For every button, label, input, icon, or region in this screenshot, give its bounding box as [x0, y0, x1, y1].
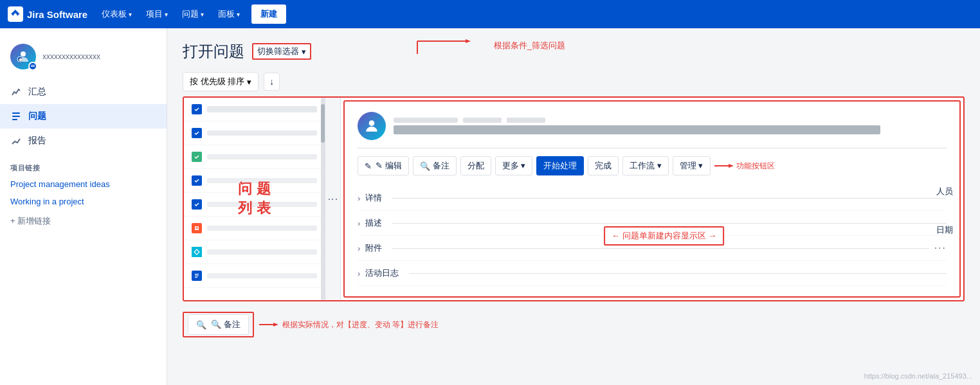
reports-icon	[10, 135, 22, 147]
section-divider	[392, 248, 929, 249]
chevron-down-icon: ▾	[247, 77, 251, 87]
issue-text-bar	[207, 249, 317, 255]
checkbox-icon	[192, 128, 202, 138]
chevron-down-icon: ▾	[302, 47, 306, 57]
list-item[interactable]	[184, 145, 325, 169]
nav-item-board[interactable]: 面板 ▾	[213, 4, 245, 24]
edit-icon: ✎	[365, 161, 372, 171]
sort-select[interactable]: 按 优先级 排序 ▾	[183, 72, 259, 91]
start-process-button[interactable]: 开始处理	[536, 156, 584, 175]
more-button[interactable]: 更多 ▾	[495, 156, 533, 175]
chevron-down-icon: ▾	[129, 11, 132, 18]
sidebar-item-summary[interactable]: 汇总	[0, 80, 167, 104]
list-item[interactable]	[184, 264, 325, 288]
note-annotation: 根据实际情况，对【进度、变动 等】进行备注	[259, 319, 439, 330]
svg-marker-20	[729, 164, 734, 168]
chevron-down-icon: ▾	[237, 11, 240, 18]
edit-button[interactable]: ✎ ✎ 编辑	[358, 156, 409, 175]
avatar-badge	[28, 62, 37, 71]
list-item[interactable]	[184, 169, 325, 193]
chevron-down-icon: ▾	[201, 11, 204, 18]
list-item[interactable]	[184, 98, 325, 121]
issue-detail-panel: ✎ ✎ 编辑 🔍 备注 分配 更多 ▾ 开始处理	[343, 100, 961, 298]
chevron-right-icon: ›	[358, 219, 360, 228]
svg-point-18	[369, 120, 375, 126]
issue-text-bar	[207, 106, 317, 112]
detail-header-meta	[394, 118, 947, 123]
svg-rect-14	[195, 228, 198, 229]
note-action-button[interactable]: 🔍 🔍 备注	[188, 314, 249, 335]
chevron-down-icon: ▾	[165, 11, 168, 18]
section-divider	[392, 223, 947, 224]
svg-rect-16	[195, 275, 199, 276]
issue-text-bar	[207, 202, 317, 207]
issue-text-bar	[207, 273, 317, 278]
scroll-thumb[interactable]	[321, 104, 325, 143]
more-options-icon: ···	[934, 242, 947, 254]
meta-pill	[394, 118, 458, 123]
sort-desc-button[interactable]: ↓	[264, 73, 280, 91]
label-personnel: 人员	[936, 186, 953, 197]
manage-button[interactable]: 管理 ▾	[673, 156, 711, 175]
sidebar-item-reports[interactable]: 报告	[0, 129, 167, 153]
svg-rect-17	[195, 277, 197, 278]
nav-item-issues[interactable]: 问题 ▾	[177, 4, 209, 24]
watermark: https://blog.csdn.net/ala_215493...	[864, 372, 972, 380]
issue-type-icon	[192, 271, 202, 281]
note-btn-box: 🔍 🔍 备注	[183, 312, 254, 337]
svg-rect-7	[12, 119, 17, 120]
label-date: 日期	[936, 224, 953, 236]
jira-logo-icon	[8, 6, 23, 22]
issues-icon	[10, 111, 22, 122]
nav-item-project[interactable]: 项目 ▾	[141, 4, 173, 24]
scroll-indicator	[321, 98, 325, 300]
svg-point-0	[21, 51, 26, 57]
svg-rect-15	[195, 274, 199, 274]
detail-avatar	[358, 112, 386, 140]
list-item[interactable]	[184, 240, 325, 264]
filter-sort-bar: 按 优先级 排序 ▾ ↓	[183, 72, 965, 91]
svg-rect-13	[195, 227, 198, 228]
logo: Jira Software	[8, 6, 87, 22]
svg-marker-22	[273, 323, 278, 327]
section-description[interactable]: › 描述	[358, 211, 947, 236]
section-details[interactable]: › 详情	[358, 186, 947, 211]
issue-type-icon	[192, 247, 202, 257]
list-item[interactable]	[184, 121, 325, 145]
section-activity-log[interactable]: › 活动日志	[358, 261, 947, 286]
sidebar-section-title: 项目链接	[0, 153, 167, 175]
sort-label: 按 优先级 排序	[190, 76, 244, 87]
list-item[interactable]	[184, 193, 325, 217]
section-attachments[interactable]: › 附件 ···	[358, 236, 947, 261]
filter-annotation-text: 根据条件_筛选问题	[494, 40, 565, 51]
page-title: 打开问题	[183, 41, 244, 62]
action-buttons: ✎ ✎ 编辑 🔍 备注 分配 更多 ▾ 开始处理	[358, 156, 947, 175]
complete-button[interactable]: 完成	[588, 156, 619, 175]
sidebar-add-link[interactable]: + 新增链接	[0, 210, 167, 232]
meta-pill	[463, 118, 502, 123]
nav-item-dashboard[interactable]: 仪表板 ▾	[96, 4, 137, 24]
svg-rect-6	[12, 116, 20, 117]
sidebar-link-project-management[interactable]: Project management ideas	[0, 175, 167, 193]
svg-marker-10	[466, 39, 471, 43]
chevron-right-icon: ›	[358, 269, 360, 278]
avatar: 💬	[10, 44, 36, 69]
collapse-handle[interactable]: ⋮	[325, 98, 341, 300]
issue-text-bar	[207, 130, 317, 136]
note-button[interactable]: 🔍 备注	[413, 156, 457, 175]
detail-sections-container: › 详情 › 描述 › 附件 ···	[358, 186, 947, 286]
workflow-button[interactable]: 工作流 ▾	[622, 156, 669, 175]
sidebar-link-working-in-project[interactable]: Working in a project	[0, 193, 167, 210]
assign-button[interactable]: 分配	[460, 156, 491, 175]
logo-text: Jira Software	[27, 9, 87, 20]
svg-text:💬: 💬	[19, 58, 23, 62]
filter-switcher-button[interactable]: 切换筛选器 ▾	[252, 43, 311, 60]
issues-layout: 问 题列 表	[183, 96, 965, 301]
bottom-note-area: 🔍 🔍 备注 根据实际情况，对【进度、变动 等】进行备注	[183, 312, 965, 337]
list-item[interactable]	[184, 217, 325, 240]
avatar-name: xxxxxxxxxxxxxxx	[42, 52, 100, 61]
issue-list-panel: 问 题列 表	[184, 98, 325, 300]
checkbox-icon	[192, 175, 202, 186]
sidebar-item-issues[interactable]: 问题	[0, 104, 167, 129]
new-button[interactable]: 新建	[251, 4, 286, 24]
